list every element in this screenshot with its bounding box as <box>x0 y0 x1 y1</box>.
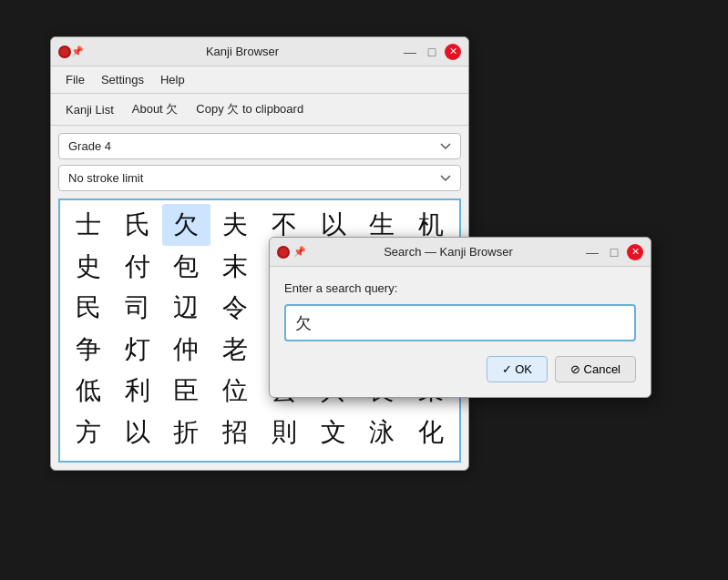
about-kanji-button[interactable]: About 欠 <box>125 98 186 120</box>
search-label: Enter a search query: <box>284 281 636 295</box>
search-input[interactable] <box>284 304 636 341</box>
search-dialog: 📌 Search — Kanji Browser — □ ✕ Enter a s… <box>269 237 651 398</box>
grade-dropdown[interactable]: Grade 1 Grade 2 Grade 3 Grade 4 Grade 5 … <box>58 133 461 159</box>
kanji-cell[interactable]: 文 <box>309 412 358 453</box>
kanji-cell[interactable]: 灯 <box>113 329 162 371</box>
kanji-cell[interactable]: 方 <box>64 412 113 453</box>
kanji-cell[interactable]: 付 <box>113 246 162 288</box>
kanji-cell[interactable]: 夫 <box>210 204 260 246</box>
kanji-cell[interactable]: 泳 <box>358 412 407 453</box>
dialog-minimize-button[interactable]: — <box>583 243 601 261</box>
stroke-dropdown[interactable]: No stroke limit 1 stroke 2 strokes 3 str… <box>58 165 461 191</box>
main-window-title: Kanji Browser <box>84 45 401 58</box>
kanji-cell[interactable]: 末 <box>210 246 260 288</box>
dialog-body: Enter a search query: ✓ OK ⊘ Cancel <box>270 267 651 397</box>
dialog-app-icon <box>277 246 290 259</box>
cancel-button[interactable]: ⊘ Cancel <box>555 356 636 382</box>
pin-icon: 📌 <box>71 46 84 57</box>
kanji-cell[interactable]: 則 <box>260 412 309 453</box>
ok-button[interactable]: ✓ OK <box>487 356 548 382</box>
kanji-cell[interactable]: 仲 <box>162 329 211 371</box>
toolbar: Kanji List About 欠 Copy 欠 to clipboard <box>51 94 468 126</box>
kanji-cell[interactable]: 民 <box>64 287 113 329</box>
maximize-button[interactable]: □ <box>423 43 441 61</box>
kanji-cell[interactable]: 欠 <box>162 204 211 246</box>
dialog-pin-icon: 📌 <box>293 246 306 258</box>
kanji-cell[interactable]: 氏 <box>113 204 162 246</box>
dialog-title: Search — Kanji Browser <box>313 245 583 259</box>
filter-area: Grade 1 Grade 2 Grade 3 Grade 4 Grade 5 … <box>51 126 468 198</box>
kanji-cell[interactable]: 位 <box>210 370 260 412</box>
kanji-cell[interactable]: 史 <box>64 246 113 288</box>
dialog-title-controls: — □ ✕ <box>583 243 643 261</box>
app-icon <box>58 46 71 58</box>
kanji-cell[interactable]: 利 <box>113 370 162 412</box>
main-title-bar: 📌 Kanji Browser — □ ✕ <box>51 37 468 66</box>
dialog-buttons: ✓ OK ⊘ Cancel <box>284 356 636 382</box>
dialog-close-button[interactable]: ✕ <box>627 244 643 260</box>
menu-settings[interactable]: Settings <box>94 70 151 89</box>
kanji-cell[interactable]: 老 <box>210 329 260 371</box>
kanji-cell[interactable]: 辺 <box>162 287 211 329</box>
dialog-title-bar: 📌 Search — Kanji Browser — □ ✕ <box>270 238 651 267</box>
kanji-cell[interactable]: 招 <box>210 412 260 453</box>
kanji-list-button[interactable]: Kanji List <box>58 100 121 119</box>
kanji-cell[interactable]: 令 <box>210 287 260 329</box>
copy-clipboard-button[interactable]: Copy 欠 to clipboard <box>189 98 311 120</box>
kanji-cell[interactable]: 以 <box>113 412 162 453</box>
menu-bar: File Settings Help <box>51 66 468 94</box>
kanji-cell[interactable]: 司 <box>113 287 162 329</box>
title-bar-controls: — □ ✕ <box>401 43 461 61</box>
minimize-button[interactable]: — <box>401 43 419 61</box>
kanji-cell[interactable]: 折 <box>162 412 211 453</box>
kanji-cell[interactable]: 包 <box>162 246 211 288</box>
menu-help[interactable]: Help <box>153 70 192 89</box>
main-close-button[interactable]: ✕ <box>445 44 461 60</box>
menu-file[interactable]: File <box>58 70 92 89</box>
kanji-cell[interactable]: 争 <box>64 329 113 371</box>
kanji-cell[interactable]: 臣 <box>162 370 211 412</box>
kanji-cell[interactable]: 化 <box>406 412 456 453</box>
dialog-maximize-button[interactable]: □ <box>605 243 623 261</box>
kanji-cell[interactable]: 士 <box>64 204 113 246</box>
kanji-cell[interactable]: 低 <box>64 370 113 412</box>
